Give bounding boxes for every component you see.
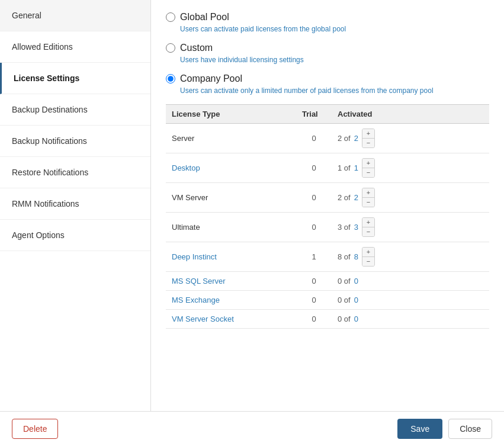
stepper-up-3[interactable]: + bbox=[362, 218, 374, 227]
stepper-up-1[interactable]: + bbox=[362, 159, 374, 168]
table-row: MS SQL Server00 of0 bbox=[166, 272, 489, 291]
type-link-4[interactable]: Deep Instinct bbox=[172, 252, 217, 261]
type-link-1[interactable]: Desktop bbox=[172, 163, 200, 172]
activated-value-4: 8 bbox=[354, 252, 358, 261]
custom-radio[interactable] bbox=[166, 43, 175, 53]
cell-activated-5: 0 of0 bbox=[332, 272, 489, 291]
cell-type-4[interactable]: Deep Instinct bbox=[166, 242, 296, 272]
sidebar-item-allowed-editions[interactable]: Allowed Editions bbox=[0, 31, 150, 63]
activated-of-text-3: 3 of bbox=[338, 223, 351, 232]
activated-value-5: 0 bbox=[354, 277, 358, 285]
table-row: Ultimate03 of3+− bbox=[166, 213, 489, 242]
table-row: VM Server02 of2+− bbox=[166, 183, 489, 213]
activated-of-text-6: 0 of bbox=[338, 296, 351, 304]
stepper-up-2[interactable]: + bbox=[362, 188, 374, 197]
main-content: Global Pool Users can activate paid lice… bbox=[151, 0, 504, 411]
sidebar-item-restore-notifications[interactable]: Restore Notifications bbox=[0, 157, 150, 188]
activated-of-text-0: 2 of bbox=[338, 134, 351, 143]
stepper-down-4[interactable]: − bbox=[362, 257, 374, 266]
cell-type-7[interactable]: VM Server Socket bbox=[166, 310, 296, 329]
activated-of-text-2: 2 of bbox=[338, 193, 351, 202]
custom-label: Custom bbox=[180, 43, 213, 53]
cell-activated-4: 8 of8+− bbox=[332, 242, 489, 272]
activated-of-text-1: 1 of bbox=[338, 163, 351, 172]
cell-trial-2: 0 bbox=[296, 183, 332, 213]
table-header-row: License Type Trial Activated bbox=[166, 105, 489, 124]
cell-type-6[interactable]: MS Exchange bbox=[166, 291, 296, 310]
cell-type-0: Server bbox=[166, 124, 296, 153]
activated-value-1: 1 bbox=[354, 163, 358, 172]
stepper-2: +− bbox=[362, 188, 375, 207]
sidebar-item-backup-destinations[interactable]: Backup Destinations bbox=[0, 94, 150, 126]
close-button[interactable]: Close bbox=[448, 419, 492, 439]
cell-activated-1: 1 of1+− bbox=[332, 153, 489, 183]
table-row: Deep Instinct18 of8+− bbox=[166, 242, 489, 272]
stepper-up-4[interactable]: + bbox=[362, 248, 374, 256]
table-row: MS Exchange00 of0 bbox=[166, 291, 489, 310]
stepper-down-3[interactable]: − bbox=[362, 227, 374, 236]
cell-activated-3: 3 of3+− bbox=[332, 213, 489, 242]
cell-trial-4: 1 bbox=[296, 242, 332, 272]
license-table-body: Server02 of2+−Desktop01 of1+−VM Server02… bbox=[166, 124, 489, 329]
cell-type-3: Ultimate bbox=[166, 213, 296, 242]
type-link-5[interactable]: MS SQL Server bbox=[172, 277, 226, 285]
cell-trial-0: 0 bbox=[296, 124, 332, 153]
cell-activated-2: 2 of2+− bbox=[332, 183, 489, 213]
sidebar-item-rmm-notifications[interactable]: RMM Notifications bbox=[0, 188, 150, 220]
cell-activated-6: 0 of0 bbox=[332, 291, 489, 310]
sidebar-item-agent-options[interactable]: Agent Options bbox=[0, 220, 150, 251]
save-button[interactable]: Save bbox=[397, 419, 442, 439]
custom-description: Users have individual licensing settings bbox=[180, 56, 489, 64]
license-table: License Type Trial Activated Server02 of… bbox=[166, 104, 489, 329]
cell-trial-7: 0 bbox=[296, 310, 332, 329]
stepper-up-0[interactable]: + bbox=[362, 129, 374, 138]
type-link-7[interactable]: VM Server Socket bbox=[172, 315, 234, 323]
activated-value-2: 2 bbox=[354, 193, 358, 202]
cell-activated-0: 2 of2+− bbox=[332, 124, 489, 153]
table-row: Server02 of2+− bbox=[166, 124, 489, 153]
cell-trial-6: 0 bbox=[296, 291, 332, 310]
activated-value-3: 3 bbox=[354, 223, 358, 232]
delete-button[interactable]: Delete bbox=[12, 419, 58, 439]
cell-type-5[interactable]: MS SQL Server bbox=[166, 272, 296, 291]
stepper-down-0[interactable]: − bbox=[362, 139, 374, 147]
col-header-activated: Activated bbox=[332, 105, 489, 124]
cell-type-2: VM Server bbox=[166, 183, 296, 213]
stepper-3: +− bbox=[362, 217, 375, 237]
sidebar-item-license-settings[interactable]: License Settings bbox=[0, 63, 150, 94]
stepper-down-1[interactable]: − bbox=[362, 168, 374, 177]
table-row: Desktop01 of1+− bbox=[166, 153, 489, 183]
sidebar-item-general[interactable]: General bbox=[0, 0, 150, 31]
global-pool-label: Global Pool bbox=[180, 12, 229, 23]
type-link-6[interactable]: MS Exchange bbox=[172, 296, 220, 304]
cell-activated-7: 0 of0 bbox=[332, 310, 489, 329]
cell-trial-1: 0 bbox=[296, 153, 332, 183]
company-pool-option[interactable]: Company Pool bbox=[166, 73, 489, 84]
activated-of-text-4: 8 of bbox=[338, 252, 351, 261]
stepper-4: +− bbox=[362, 247, 375, 267]
activated-value-7: 0 bbox=[354, 315, 358, 323]
company-pool-label: Company Pool bbox=[180, 73, 242, 84]
footer: Delete Save Close bbox=[0, 411, 504, 446]
footer-actions: Save Close bbox=[397, 419, 492, 439]
global-pool-radio[interactable] bbox=[166, 12, 175, 22]
stepper-0: +− bbox=[362, 129, 375, 148]
activated-value-6: 0 bbox=[354, 296, 358, 304]
cell-trial-5: 0 bbox=[296, 272, 332, 291]
global-pool-option[interactable]: Global Pool bbox=[166, 12, 489, 23]
custom-option[interactable]: Custom bbox=[166, 43, 489, 53]
cell-type-1[interactable]: Desktop bbox=[166, 153, 296, 183]
table-row: VM Server Socket00 of0 bbox=[166, 310, 489, 329]
stepper-1: +− bbox=[362, 158, 375, 178]
sidebar: GeneralAllowed EditionsLicense SettingsB… bbox=[0, 0, 151, 411]
activated-of-text-7: 0 of bbox=[338, 315, 351, 323]
col-header-type: License Type bbox=[166, 105, 296, 124]
stepper-down-2[interactable]: − bbox=[362, 198, 374, 207]
sidebar-item-backup-notifications[interactable]: Backup Notifications bbox=[0, 126, 150, 157]
cell-trial-3: 0 bbox=[296, 213, 332, 242]
company-pool-radio[interactable] bbox=[166, 74, 175, 84]
global-pool-description: Users can activate paid licenses from th… bbox=[180, 25, 489, 33]
activated-of-text-5: 0 of bbox=[338, 277, 351, 285]
col-header-trial: Trial bbox=[296, 105, 332, 124]
company-pool-description: Users can activate only a limited number… bbox=[180, 86, 489, 95]
